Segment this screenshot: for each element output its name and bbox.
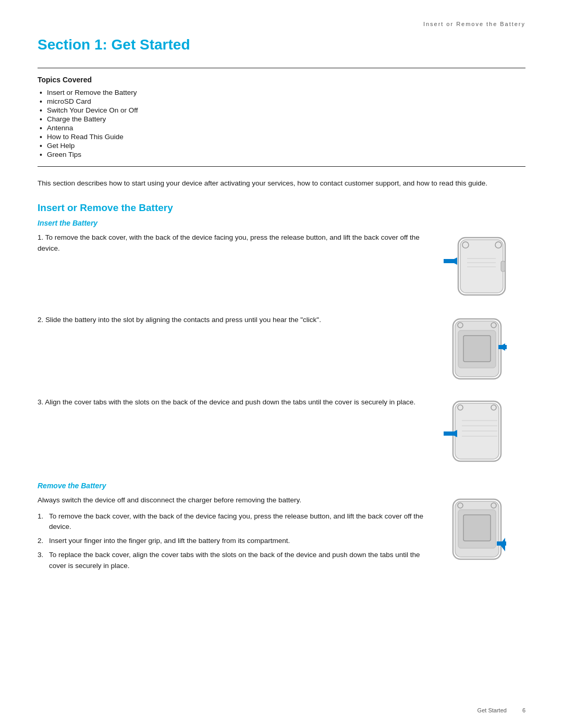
device-illustration-3 — [438, 397, 522, 470]
step-1-block: 1. To remove the back cover, with the ba… — [38, 232, 525, 305]
list-item: microSD Card — [38, 97, 525, 106]
topics-covered-box: Topics Covered Insert or Remove the Batt… — [38, 68, 525, 167]
step-2-block: 2. Slide the battery into the slot by al… — [38, 315, 525, 388]
remove-step-2-num: 2. — [38, 536, 43, 547]
footer-page-num: 6 — [522, 707, 525, 713]
step-2-text: 2. Slide the battery into the slot by al… — [38, 315, 434, 326]
remove-step-1-num: 1. — [38, 511, 43, 522]
step-3-block: 3. Align the cover tabs with the slots o… — [38, 397, 525, 470]
svg-rect-13 — [463, 336, 491, 362]
list-item: Antenna — [38, 124, 525, 132]
svg-rect-25 — [444, 431, 457, 436]
remove-step-3-num: 3. — [38, 550, 43, 561]
topics-heading: Topics Covered — [38, 76, 525, 84]
list-item: Get Help — [38, 141, 525, 150]
header-text: Insert or Remove the Battery — [423, 21, 525, 27]
footer-label: Get Started — [478, 707, 507, 713]
svg-rect-9 — [501, 261, 505, 272]
remove-content-area: Always switch the device off and disconn… — [38, 495, 525, 579]
device-illustration-2 — [438, 315, 522, 388]
step-1-text: 1. To remove the back cover, with the ba… — [38, 232, 434, 254]
insert-steps-area: 1. To remove the back cover, with the ba… — [38, 232, 525, 470]
step-2-num: 2. — [38, 316, 45, 324]
remove-step-2: 2. Insert your finger into the finger gr… — [38, 536, 434, 547]
section-title: Section 1: Get Started — [38, 36, 525, 53]
device-illustration-1 — [438, 232, 522, 305]
svg-rect-15 — [498, 345, 507, 349]
remove-step-image — [434, 495, 525, 568]
svg-rect-33 — [497, 541, 506, 546]
remove-section: Remove the Battery Always switch the dev… — [38, 482, 525, 579]
list-item: How to Read This Guide — [38, 132, 525, 141]
step-3-num: 3. — [38, 398, 45, 406]
remove-steps-list: 1. To remove the back cover, with the ba… — [38, 511, 434, 572]
step-1-num: 1. — [38, 233, 45, 241]
list-item: Green Tips — [38, 150, 525, 159]
step-2-image — [434, 315, 525, 388]
svg-rect-31 — [463, 515, 491, 541]
always-note: Always switch the device off and disconn… — [38, 495, 434, 505]
topics-list: Insert or Remove the Battery microSD Car… — [38, 88, 525, 159]
step-3-text: 3. Align the cover tabs with the slots o… — [38, 397, 434, 408]
device-illustration-4 — [438, 495, 522, 568]
list-item: Charge the Battery — [38, 115, 525, 124]
page-header: Insert or Remove the Battery — [38, 21, 525, 27]
remove-step-1: 1. To remove the back cover, with the ba… — [38, 511, 434, 533]
insert-remove-heading: Insert or Remove the Battery — [38, 202, 525, 214]
list-item: Switch Your Device On or Off — [38, 106, 525, 115]
svg-rect-8 — [444, 259, 457, 263]
list-item: Insert or Remove the Battery — [38, 88, 525, 97]
step-1-image — [434, 232, 525, 305]
step-3-image — [434, 397, 525, 470]
intro-paragraph: This section describes how to start usin… — [38, 178, 525, 189]
insert-battery-subheading: Insert the Battery — [38, 219, 525, 227]
remove-text-block: Always switch the device off and disconn… — [38, 495, 434, 579]
page-footer: Get Started 6 — [478, 707, 525, 713]
remove-battery-subheading: Remove the Battery — [38, 482, 525, 490]
remove-step-3: 3. To replace the back cover, align the … — [38, 550, 434, 572]
